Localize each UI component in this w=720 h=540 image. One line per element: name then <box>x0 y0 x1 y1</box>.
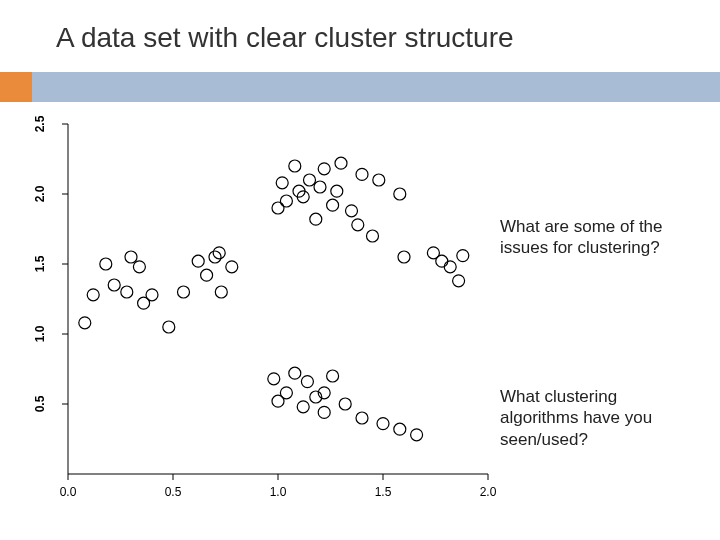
svg-point-46 <box>310 213 322 225</box>
callout-issues: What are some of the issues for clusteri… <box>500 216 690 259</box>
svg-point-57 <box>394 188 406 200</box>
svg-point-47 <box>314 181 326 193</box>
svg-point-41 <box>280 195 292 207</box>
svg-point-39 <box>272 202 284 214</box>
svg-text:0.0: 0.0 <box>60 485 77 499</box>
svg-point-61 <box>289 367 301 379</box>
svg-point-63 <box>301 376 313 388</box>
svg-point-52 <box>346 205 358 217</box>
svg-point-31 <box>163 321 175 333</box>
svg-point-23 <box>87 289 99 301</box>
svg-point-26 <box>121 286 133 298</box>
accent-orange <box>0 72 32 102</box>
svg-point-51 <box>335 157 347 169</box>
svg-point-49 <box>327 199 339 211</box>
svg-text:1.5: 1.5 <box>375 485 392 499</box>
svg-text:1.0: 1.0 <box>33 325 47 342</box>
svg-point-40 <box>276 177 288 189</box>
svg-point-76 <box>453 275 465 287</box>
svg-text:1.0: 1.0 <box>270 485 287 499</box>
svg-point-67 <box>327 370 339 382</box>
svg-point-71 <box>394 423 406 435</box>
svg-point-28 <box>133 261 145 273</box>
scatter-chart: 0.51.01.52.02.50.00.51.01.52.0 <box>18 114 498 514</box>
svg-point-68 <box>339 398 351 410</box>
svg-text:2.5: 2.5 <box>33 115 47 132</box>
svg-point-75 <box>444 261 456 273</box>
svg-text:2.0: 2.0 <box>480 485 497 499</box>
accent-blue <box>32 72 720 102</box>
svg-point-72 <box>411 429 423 441</box>
svg-point-22 <box>79 317 91 329</box>
svg-point-69 <box>356 412 368 424</box>
svg-point-45 <box>304 174 316 186</box>
svg-point-34 <box>201 269 213 281</box>
svg-point-48 <box>318 163 330 175</box>
svg-point-62 <box>297 401 309 413</box>
svg-point-55 <box>367 230 379 242</box>
svg-point-24 <box>100 258 112 270</box>
page-title: A data set with clear cluster structure <box>56 22 514 54</box>
svg-point-54 <box>356 168 368 180</box>
svg-point-37 <box>215 286 227 298</box>
svg-point-27 <box>125 251 137 263</box>
svg-point-30 <box>146 289 158 301</box>
svg-text:0.5: 0.5 <box>165 485 182 499</box>
svg-point-70 <box>377 418 389 430</box>
svg-point-38 <box>226 261 238 273</box>
accent-bar <box>0 72 720 102</box>
svg-point-32 <box>178 286 190 298</box>
callout-algorithms: What clustering algorithms have you seen… <box>500 386 700 450</box>
svg-point-65 <box>318 406 330 418</box>
svg-text:0.5: 0.5 <box>33 395 47 412</box>
svg-point-58 <box>268 373 280 385</box>
svg-text:1.5: 1.5 <box>33 255 47 272</box>
svg-point-42 <box>289 160 301 172</box>
svg-point-53 <box>352 219 364 231</box>
svg-point-78 <box>398 251 410 263</box>
svg-point-25 <box>108 279 120 291</box>
svg-point-74 <box>436 255 448 267</box>
svg-point-50 <box>331 185 343 197</box>
svg-point-77 <box>457 250 469 262</box>
svg-point-56 <box>373 174 385 186</box>
svg-text:2.0: 2.0 <box>33 185 47 202</box>
svg-point-33 <box>192 255 204 267</box>
svg-point-60 <box>280 387 292 399</box>
